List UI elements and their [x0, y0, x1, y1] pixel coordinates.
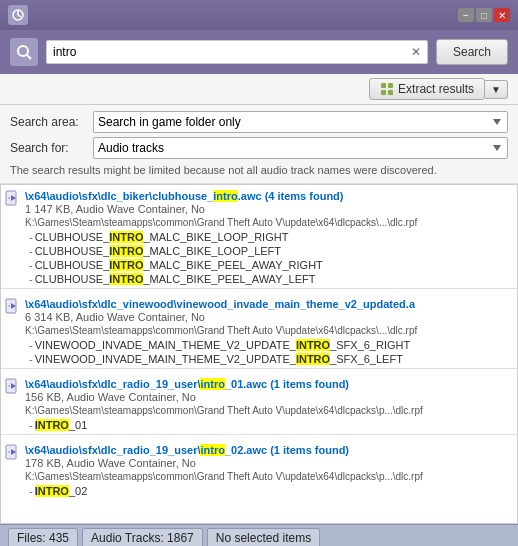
file-info: \x64\audio\sfx\dlc_biker\clubhouse_intro… [25, 189, 513, 215]
file-meta: 156 KB, Audio Wave Container, No [25, 391, 513, 403]
track-item[interactable]: - CLUBHOUSE_INTRO_MALC_BIKE_LOOP_LEFT [1, 244, 517, 258]
search-logo-icon [10, 38, 38, 66]
status-bar: Files: 435 Audio Tracks: 1867 No selecte… [0, 524, 518, 546]
close-button[interactable]: ✕ [494, 8, 510, 22]
search-area-label: Search area: [10, 115, 85, 129]
track-indent-icon: - [29, 273, 33, 285]
search-area-row: Search area: Search in game folder only [10, 111, 508, 133]
search-button[interactable]: Search [436, 39, 508, 65]
file-meta: 1 147 KB, Audio Wave Container, No [25, 203, 513, 215]
result-group-1: \x64\audio\sfx\dlc_biker\clubhouse_intro… [1, 185, 517, 293]
results-area[interactable]: \x64\audio\sfx\dlc_biker\clubhouse_intro… [0, 184, 518, 524]
svg-line-2 [18, 15, 21, 17]
search-input[interactable] [46, 40, 428, 64]
track-item[interactable]: - INTRO_02 [1, 484, 517, 498]
result-file-header[interactable]: \x64\audio\sfx\dlc_biker\clubhouse_intro… [1, 187, 517, 217]
search-for-label: Search for: [10, 141, 85, 155]
extract-results-button[interactable]: Extract results [369, 78, 485, 100]
track-indent-icon: - [29, 339, 33, 351]
file-path: K:\Games\Steam\steamapps\common\Grand Th… [1, 325, 517, 338]
app-icon [8, 5, 28, 25]
track-item[interactable]: - CLUBHOUSE_INTRO_MALC_BIKE_LOOP_RIGHT [1, 230, 517, 244]
track-indent-icon: - [29, 231, 33, 243]
file-name-link[interactable]: \x64\audio\sfx\dlc_vinewood\vinewood_inv… [25, 298, 415, 310]
selected-items: No selected items [207, 528, 320, 546]
audio-file-icon [5, 190, 21, 206]
clear-button[interactable]: ✕ [408, 44, 424, 60]
track-indent-icon: - [29, 245, 33, 257]
file-name-link[interactable]: \x64\audio\sfx\dlc_radio_19_user\intro_0… [25, 378, 349, 390]
options-area: Search area: Search in game folder only … [0, 105, 518, 184]
track-item[interactable]: - VINEWOOD_INVADE_MAIN_THEME_V2_UPDATE_I… [1, 352, 517, 366]
result-divider [1, 434, 517, 435]
result-divider [1, 368, 517, 369]
file-name-link[interactable]: \x64\audio\sfx\dlc_biker\clubhouse_intro… [25, 190, 344, 202]
file-path: K:\Games\Steam\steamapps\common\Grand Th… [1, 217, 517, 230]
svg-rect-6 [388, 83, 393, 88]
search-area-select[interactable]: Search in game folder only [93, 111, 508, 133]
track-indent-icon: - [29, 259, 33, 271]
result-file-header[interactable]: \x64\audio\sfx\dlc_radio_19_user\intro_0… [1, 441, 517, 471]
search-input-wrapper: ✕ [46, 40, 428, 64]
audio-file-icon [5, 444, 21, 460]
minimize-button[interactable]: − [458, 8, 474, 22]
track-item[interactable]: - INTRO_01 [1, 418, 517, 432]
maximize-button[interactable]: □ [476, 8, 492, 22]
extract-dropdown-button[interactable]: ▼ [485, 80, 508, 99]
track-indent-icon: - [29, 419, 33, 431]
tracks-count: Audio Tracks: 1867 [82, 528, 203, 546]
file-path: K:\Games\Steam\steamapps\common\Grand Th… [1, 405, 517, 418]
result-file-header[interactable]: \x64\audio\sfx\dlc_vinewood\vinewood_inv… [1, 295, 517, 325]
search-for-row: Search for: Audio tracks [10, 137, 508, 159]
result-group-2: \x64\audio\sfx\dlc_vinewood\vinewood_inv… [1, 293, 517, 373]
warning-text: The search results might be limited beca… [10, 163, 508, 177]
result-divider [1, 288, 517, 289]
file-info: \x64\audio\sfx\dlc_radio_19_user\intro_0… [25, 377, 513, 403]
track-item[interactable]: - CLUBHOUSE_INTRO_MALC_BIKE_PEEL_AWAY_RI… [1, 258, 517, 272]
track-indent-icon: - [29, 353, 33, 365]
window-controls: − □ ✕ [458, 8, 510, 22]
svg-rect-5 [381, 83, 386, 88]
files-count: Files: 435 [8, 528, 78, 546]
search-bar: ✕ Search [0, 30, 518, 74]
svg-line-4 [27, 55, 31, 59]
svg-point-3 [18, 46, 28, 56]
svg-rect-8 [388, 90, 393, 95]
result-file-header[interactable]: \x64\audio\sfx\dlc_radio_19_user\intro_0… [1, 375, 517, 405]
svg-rect-7 [381, 90, 386, 95]
audio-file-icon [5, 378, 21, 394]
file-info: \x64\audio\sfx\dlc_vinewood\vinewood_inv… [25, 297, 513, 323]
file-info: \x64\audio\sfx\dlc_radio_19_user\intro_0… [25, 443, 513, 469]
titlebar: − □ ✕ [0, 0, 518, 30]
search-for-select[interactable]: Audio tracks [93, 137, 508, 159]
file-path: K:\Games\Steam\steamapps\common\Grand Th… [1, 471, 517, 484]
file-meta: 178 KB, Audio Wave Container, No [25, 457, 513, 469]
file-meta: 6 314 KB, Audio Wave Container, No [25, 311, 513, 323]
extract-row: Extract results ▼ [0, 74, 518, 105]
track-indent-icon: - [29, 485, 33, 497]
track-item[interactable]: - CLUBHOUSE_INTRO_MALC_BIKE_PEEL_AWAY_LE… [1, 272, 517, 286]
file-name-link[interactable]: \x64\audio\sfx\dlc_radio_19_user\intro_0… [25, 444, 349, 456]
audio-file-icon [5, 298, 21, 314]
track-item[interactable]: - VINEWOOD_INVADE_MAIN_THEME_V2_UPDATE_I… [1, 338, 517, 352]
result-group-3: \x64\audio\sfx\dlc_radio_19_user\intro_0… [1, 373, 517, 439]
result-group-4: \x64\audio\sfx\dlc_radio_19_user\intro_0… [1, 439, 517, 500]
